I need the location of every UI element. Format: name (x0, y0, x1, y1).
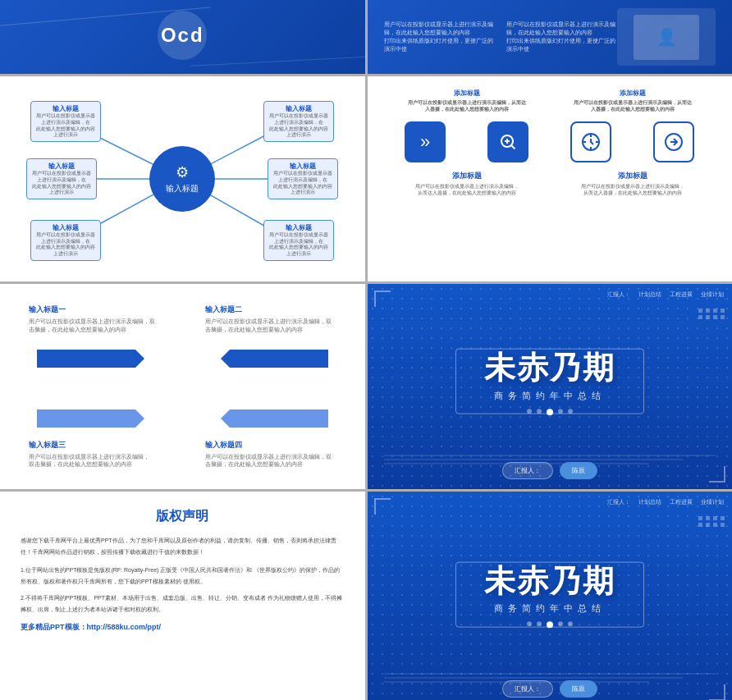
icon-footer-1-text: 用户可以在投影仪或显示器上进行演示及编辑，从而达入器摄，在此处输入您想要输入的内… (414, 183, 520, 197)
copyright-link[interactable]: 更多精品PPT模板：http://588ku.com/ppt/ (21, 622, 345, 633)
mind-node-5: 输入标题 用户可以在投影仪或显示器上进行演示及编辑，在此处输入您想要输入的内容上… (30, 220, 101, 261)
mind-map-center: ⚙ 输入标题 (149, 146, 215, 212)
nav-yeji-2: 业绩计划 (701, 498, 724, 506)
icons-header: 添加标题 用户可以在投影仪或显示器上进行演示及编辑，从而达入器摄，在此处输入您想… (384, 89, 716, 113)
icon-box-1: » (405, 121, 446, 162)
dot-2-2 (537, 622, 542, 627)
logo-text: Ocd (161, 24, 204, 47)
step-2-body: 用户可以在投影仪或显示器上进行演示及编辑，双击脑摄，在此处输入您想要输入的内容 (205, 318, 336, 334)
future-nav-1: 汇报人： 计划总结 工程进展 业绩计划 (607, 291, 732, 299)
mind-node-1-text: 用户可以在投影仪或显示器上进行演示及编辑，在此处输入您想要输入的内容上进行演示 (36, 113, 95, 139)
mind-map: ⚙ 输入标题 输入标题 用户可以在投影仪或显示器上进行演示及编辑，在此处输入您想… (26, 89, 338, 269)
icon-footer-2-title: 添加标题 (579, 171, 686, 181)
icon-box-4 (653, 121, 694, 162)
arrow-2 (230, 350, 328, 368)
mind-node-3: 输入标题 用户可以在投影仪或显示器上进行演示及编辑，在此处输入您想要输入的内容上… (26, 158, 97, 199)
nav-yeji-1: 业绩计划 (701, 291, 724, 299)
dot-3 (547, 409, 553, 415)
mind-node-4-title: 输入标题 (273, 162, 332, 171)
corner-tl-1 (374, 291, 391, 307)
future-dots-2 (419, 622, 681, 629)
step-3-text: 输入标题三 用户可以在投影仪或显示器上进行演示及编辑，双击脑摄，在此处输入您想要… (29, 440, 152, 469)
cell-copyright: 版权声明 感谢您下载千库网平台上最优秀PPT作品，为了您和千库网以及原创作者的利… (0, 492, 365, 700)
future-dots-1 (419, 409, 681, 415)
future-bottom-bar-1: 汇报人： 陈辰 (502, 462, 597, 479)
arrow-3 (37, 409, 135, 428)
arrow-4 (230, 409, 328, 428)
dot-1 (527, 409, 532, 414)
dot-5 (568, 409, 573, 414)
gear-icon: ⚙ (176, 163, 189, 181)
cell-mind-map: ⚙ 输入标题 输入标题 用户可以在投影仪或显示器上进行演示及编辑，在此处输入您想… (0, 76, 365, 281)
sq-decoration-2 (698, 516, 725, 527)
mind-node-1: 输入标题 用户可以在投影仪或显示器上进行演示及编辑，在此处输入您想要输入的内容上… (30, 101, 101, 142)
nav-jihua-2: 计划总结 (638, 498, 661, 506)
icon-box-2 (487, 121, 528, 162)
dot-2-3 (547, 622, 553, 629)
mind-node-2-text: 用户可以在投影仪或显示器上进行演示及编辑，在此处输入您想要输入的内容上进行演示 (269, 113, 328, 139)
cell-icons: 添加标题 用户可以在投影仪或显示器上进行演示及编辑，从而达入器摄，在此处输入您想… (368, 76, 733, 281)
steps-container: 输入标题一 用户可以在投影仪或显示器上进行演示及编辑，双击脑摄，在此处输入您想要… (21, 296, 345, 477)
mind-node-2: 输入标题 用户可以在投影仪或显示器上进行演示及编辑，在此处输入您想要输入的内容上… (263, 101, 334, 142)
step-4-text: 输入标题四 用户可以在投影仪或显示器上进行演示及编辑，双击脑摄，在此处输入您想要… (205, 440, 336, 469)
mind-node-5-title: 输入标题 (36, 223, 95, 232)
cell-top-left: Ocd (0, 0, 365, 74)
mind-node-5-text: 用户可以在投影仪或显示器上进行演示及编辑，在此处输入您想要输入的内容上进行演示 (36, 232, 95, 258)
step-4-body: 用户可以在投影仪或显示器上进行演示及编辑，双击脑摄，在此处输入您想要输入的内容 (205, 453, 336, 469)
top-right-image: 👤 (617, 8, 716, 66)
corner-tl-2 (374, 498, 391, 515)
corner-br-1 (709, 466, 725, 483)
top-right-text-3: 用户可以在投影仪或显示器上进行演示及编辑，在此处输入您想要输入的内容 (506, 21, 617, 37)
future-title-area-2: 未赤乃期 商务简约年中总结 (419, 565, 681, 629)
nav-gongcheng-2: 工程进展 (670, 498, 693, 506)
sq-decoration-1 (698, 309, 725, 319)
cell-future2: 汇报人： 计划总结 工程进展 业绩计划 未赤乃期 商务简约年中总结 (368, 492, 733, 700)
copyright-intro: 感谢您下载千库网平台上最优秀PPT作品，为了您和千库网以及原创作者的利益，请勿复… (21, 535, 345, 558)
mind-node-1-title: 输入标题 (36, 104, 95, 113)
mind-node-4-text: 用户可以在投影仪或显示器上进行演示及编辑，在此处输入您想要输入的内容上进行演示 (273, 171, 332, 196)
icon-header-2-sub: 用户可以在投影仪或显示器上进行演示及编辑，从而达入器摄，在此处输入您想要输入的内… (574, 99, 692, 113)
future-btn-name-1[interactable]: 陈辰 (560, 462, 597, 479)
dot-2-4 (558, 622, 563, 627)
nav-huibao-1: 汇报人： (607, 291, 630, 299)
nav-jihua-1: 计划总结 (638, 291, 661, 299)
step-2-title: 输入标题二 (205, 304, 336, 315)
future-btn-name-2[interactable]: 陈辰 (560, 680, 597, 698)
icons-row: » (384, 121, 716, 162)
dot-4 (558, 409, 563, 414)
cell-top-right: 用户可以在投影仪或显示器上进行演示及编辑，在此处输入您想要输入的内容 打印出来供… (368, 0, 733, 74)
mind-node-6: 输入标题 用户可以在投影仪或显示器上进行演示及编辑，在此处输入您想要输入的内容上… (263, 220, 334, 261)
copyright-title: 版权声明 (21, 508, 345, 525)
future-title-area-1: 未赤乃期 商务简约年中总结 (419, 351, 681, 415)
icon-footer-1-title: 添加标题 (414, 171, 520, 181)
nav-gongcheng-1: 工程进展 (670, 291, 693, 299)
mind-node-4: 输入标题 用户可以在投影仪或显示器上进行演示及编辑，在此处输入您想要输入的内容上… (268, 158, 338, 199)
future-subtitle-2: 商务简约年中总结 (419, 603, 681, 615)
future-btn-huibao-2[interactable]: 汇报人： (502, 680, 553, 698)
step-2-text: 输入标题二 用户可以在投影仪或显示器上进行演示及编辑，双击脑摄，在此处输入您想要… (205, 304, 336, 334)
icon-box-3 (570, 121, 611, 162)
dot-2 (537, 409, 542, 414)
mind-center-label: 输入标题 (166, 183, 199, 194)
future-title-1: 未赤乃期 (419, 351, 681, 386)
icon-header-1: 添加标题 用户可以在投影仪或显示器上进行演示及编辑，从而达入器摄，在此处输入您想… (408, 89, 526, 113)
icon-header-1-title: 添加标题 (408, 89, 526, 98)
step-3-body: 用户可以在投影仪或显示器上进行演示及编辑，双击脑摄，在此处输入您想要输入的内容 (29, 453, 152, 469)
logo-circle: Ocd (158, 11, 207, 60)
future-bottom-bar-2: 汇报人： 陈辰 (502, 680, 597, 698)
icon-footer-2: 添加标题 用户可以在投影仪或显示器上进行演示及编辑，从而达入器摄，在此处输入您想… (579, 171, 686, 197)
nav-huibao-2: 汇报人： (607, 498, 630, 506)
mind-node-2-title: 输入标题 (269, 104, 328, 113)
cell-future1: 汇报人： 计划总结 工程进展 业绩计划 未赤乃期 商务简约年中总结 (368, 284, 733, 489)
icon-footer-2-text: 用户可以在投影仪或显示器上进行演示及编辑，从而达入器摄，在此处输入您想要输入的内… (579, 183, 686, 197)
copyright-item-2: 2.不得将千库网的PPT模板、PPT素材、本场用于出售、成套总版、出售、转让、分… (21, 592, 345, 615)
icons-footer: 添加标题 用户可以在投影仪或显示器上进行演示及编辑，从而达入器摄，在此处输入您想… (384, 171, 716, 197)
future-nav-2: 汇报人： 计划总结 工程进展 业绩计划 (607, 498, 732, 506)
icon-footer-1: 添加标题 用户可以在投影仪或显示器上进行演示及编辑，从而达入器摄，在此处输入您想… (414, 171, 520, 197)
future-btn-huibao-1[interactable]: 汇报人： (502, 462, 553, 479)
icon-header-2-title: 添加标题 (574, 89, 692, 98)
dot-2-5 (568, 622, 573, 627)
icon-header-1-sub: 用户可以在投影仪或显示器上进行演示及编辑，从而达入器摄，在此处输入您想要输入的内… (408, 99, 526, 113)
top-right-text-2: 打印出来供纸质版幻灯片使用，更便广泛的演示中使 (384, 37, 495, 53)
main-grid: Ocd 用户可以在投影仪或显示器上进行演示及编辑，在此处输入您想要输入的内容 打… (0, 0, 732, 700)
